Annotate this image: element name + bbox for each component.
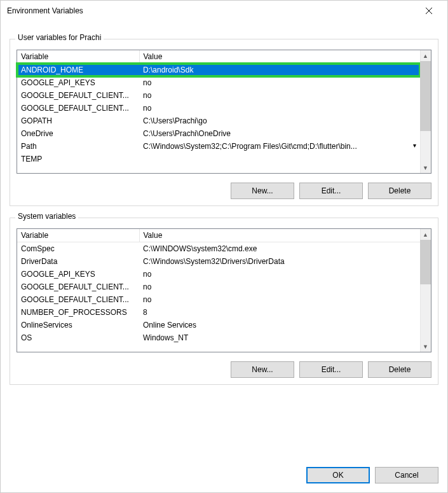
user-vars-table-wrap: Variable Value ANDROID_HOMED:\android\Sd… [17,50,431,174]
cell-value: no [139,293,420,306]
table-row[interactable]: NUMBER_OF_PROCESSORS8 [17,306,420,319]
dialog-buttons: OK Cancel [1,454,447,492]
table-row[interactable]: OnlineServicesOnline Services [17,319,420,331]
table-header-row: Variable Value [17,50,420,64]
col-value[interactable]: Value [139,50,420,64]
cell-value: C:\WINDOWS\system32\cmd.exe [139,242,420,256]
cell-variable: TEMP [17,153,139,165]
table-row[interactable]: ANDROID_HOMED:\android\Sdk [17,64,420,77]
cell-variable: OneDrive [17,127,139,140]
cell-variable: ComSpec [17,242,139,256]
cell-value: no [139,76,420,89]
table-row[interactable]: GOOGLE_DEFAULT_CLIENT...no [17,293,420,306]
col-variable[interactable]: Variable [17,229,139,242]
system-vars-section: System variables Variable Value ComSpecC… [10,218,438,385]
cell-value: Windows_NT [139,331,420,344]
cell-variable: ANDROID_HOME [17,64,139,77]
user-new-button[interactable]: New... [231,183,294,199]
close-button[interactable] [414,1,444,20]
table-row[interactable]: GOOGLE_API_KEYSno [17,268,420,281]
expand-icon[interactable]: ▾ [411,142,416,149]
cell-value: no [139,102,420,115]
system-vars-legend: System variables [15,212,78,221]
cell-variable: Path [17,140,139,153]
table-row[interactable]: OneDriveC:\Users\Prachi\OneDrive [17,127,420,140]
env-vars-dialog: Environment Variables User variables for… [0,0,448,493]
system-new-button[interactable]: New... [231,361,294,378]
cell-value: no [139,281,420,293]
scroll-down-icon[interactable]: ▼ [420,162,431,173]
cell-value [139,153,420,165]
ok-button[interactable]: OK [306,467,370,483]
cell-variable: GOOGLE_DEFAULT_CLIENT... [17,89,139,102]
cell-variable: OS [17,331,139,344]
cell-value: C:\Windows\System32;C:\Program Files\Git… [139,140,420,153]
cell-value: no [139,89,420,102]
window-title: Environment Variables [7,6,414,15]
scrollbar[interactable]: ▲ ▼ [420,50,431,173]
table-row[interactable]: DriverDataC:\Windows\System32\Drivers\Dr… [17,255,420,268]
cell-variable: GOOGLE_DEFAULT_CLIENT... [17,293,139,306]
table-row[interactable]: GOOGLE_DEFAULT_CLIENT...no [17,89,420,102]
cell-variable: GOOGLE_API_KEYS [17,268,139,281]
table-row[interactable]: ComSpecC:\WINDOWS\system32\cmd.exe [17,242,420,256]
table-row[interactable]: GOOGLE_API_KEYSno [17,76,420,89]
cell-variable: GOPATH [17,115,139,127]
user-edit-button[interactable]: Edit... [299,183,363,199]
col-variable[interactable]: Variable [17,50,139,64]
system-edit-button[interactable]: Edit... [299,361,363,378]
system-vars-table-wrap: Variable Value ComSpecC:\WINDOWS\system3… [17,228,431,352]
cell-variable: GOOGLE_DEFAULT_CLIENT... [17,102,139,115]
titlebar[interactable]: Environment Variables [1,1,447,21]
user-vars-buttons: New... Edit... Delete [17,183,431,199]
scrollbar[interactable]: ▲ ▼ [420,229,431,352]
table-row[interactable]: GOOGLE_DEFAULT_CLIENT...no [17,281,420,293]
cell-variable: GOOGLE_DEFAULT_CLIENT... [17,281,139,293]
cell-value: C:\Users\Prachi\OneDrive [139,127,420,140]
table-row[interactable]: GOPATHC:\Users\Prachi\go [17,115,420,127]
cancel-button[interactable]: Cancel [375,467,438,483]
scroll-thumb[interactable] [420,240,431,284]
cell-value: D:\android\Sdk [139,64,420,77]
table-row[interactable]: GOOGLE_DEFAULT_CLIENT...no [17,102,420,115]
user-vars-legend: User variables for Prachi [15,33,104,42]
user-vars-table[interactable]: Variable Value ANDROID_HOMED:\android\Sd… [17,50,420,165]
dialog-content: User variables for Prachi Variable Value… [1,21,447,454]
system-vars-table[interactable]: Variable Value ComSpecC:\WINDOWS\system3… [17,229,420,344]
table-header-row: Variable Value [17,229,420,242]
table-row[interactable]: OSWindows_NT [17,331,420,344]
cell-value: no [139,268,420,281]
scroll-down-icon[interactable]: ▼ [420,341,431,352]
cell-value: 8 [139,306,420,319]
table-row[interactable]: TEMP [17,153,420,165]
close-icon [426,8,432,14]
scroll-up-icon[interactable]: ▲ [420,229,431,240]
scroll-thumb[interactable] [420,61,431,131]
user-vars-section: User variables for Prachi Variable Value… [10,39,438,206]
col-value[interactable]: Value [139,229,420,242]
table-row[interactable]: PathC:\Windows\System32;C:\Program Files… [17,140,420,153]
system-vars-buttons: New... Edit... Delete [17,361,431,378]
system-delete-button[interactable]: Delete [368,361,431,378]
cell-variable: DriverData [17,255,139,268]
cell-variable: GOOGLE_API_KEYS [17,76,139,89]
cell-variable: NUMBER_OF_PROCESSORS [17,306,139,319]
cell-variable: OnlineServices [17,319,139,331]
user-delete-button[interactable]: Delete [368,183,431,199]
cell-value: C:\Users\Prachi\go [139,115,420,127]
cell-value: Online Services [139,319,420,331]
cell-value: C:\Windows\System32\Drivers\DriverData [139,255,420,268]
scroll-up-icon[interactable]: ▲ [420,50,431,61]
